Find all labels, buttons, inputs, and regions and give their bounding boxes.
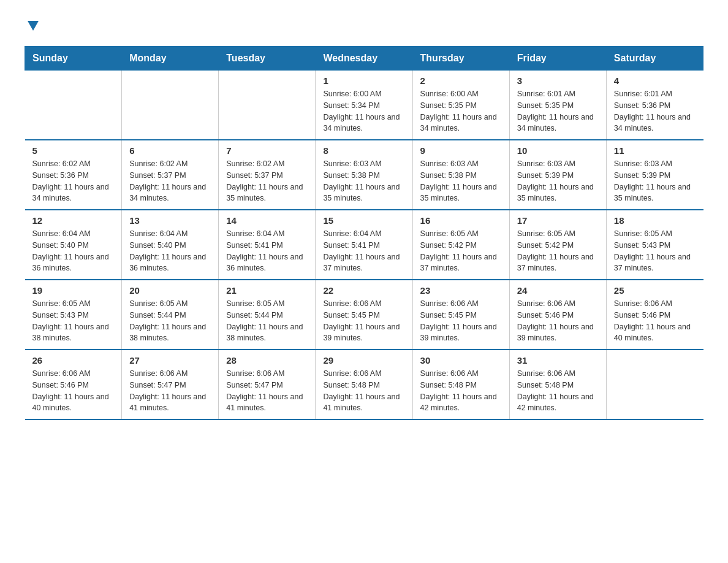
day-info: Sunrise: 6:03 AM Sunset: 5:39 PM Dayligh… — [517, 158, 599, 204]
day-number: 28 — [226, 355, 308, 366]
day-number: 25 — [614, 285, 696, 296]
day-number: 14 — [226, 215, 308, 226]
calendar-cell — [122, 71, 219, 140]
day-number: 15 — [323, 215, 404, 226]
day-info: Sunrise: 6:06 AM Sunset: 5:48 PM Dayligh… — [323, 368, 404, 414]
day-number: 12 — [32, 215, 115, 226]
calendar-cell: 3Sunrise: 6:01 AM Sunset: 5:35 PM Daylig… — [509, 71, 606, 140]
day-info: Sunrise: 6:02 AM Sunset: 5:37 PM Dayligh… — [226, 158, 308, 204]
day-info: Sunrise: 6:04 AM Sunset: 5:41 PM Dayligh… — [323, 228, 404, 274]
day-number: 29 — [323, 355, 404, 366]
calendar-week-row: 5Sunrise: 6:02 AM Sunset: 5:36 PM Daylig… — [25, 140, 703, 210]
calendar-table: SundayMondayTuesdayWednesdayThursdayFrid… — [25, 46, 703, 420]
calendar-cell: 22Sunrise: 6:06 AM Sunset: 5:45 PM Dayli… — [316, 280, 412, 350]
day-number: 16 — [420, 215, 502, 226]
day-info: Sunrise: 6:06 AM Sunset: 5:45 PM Dayligh… — [420, 298, 502, 344]
day-number: 19 — [32, 285, 115, 296]
logo-triangle-icon — [26, 20, 40, 32]
calendar-cell: 28Sunrise: 6:06 AM Sunset: 5:47 PM Dayli… — [219, 350, 316, 419]
day-number: 8 — [323, 145, 404, 156]
day-info: Sunrise: 6:05 AM Sunset: 5:43 PM Dayligh… — [32, 298, 115, 344]
day-info: Sunrise: 6:05 AM Sunset: 5:44 PM Dayligh… — [129, 298, 211, 344]
col-header-thursday: Thursday — [412, 47, 509, 71]
day-info: Sunrise: 6:05 AM Sunset: 5:42 PM Dayligh… — [420, 228, 502, 274]
day-number: 17 — [517, 215, 599, 226]
day-info: Sunrise: 6:00 AM Sunset: 5:35 PM Dayligh… — [420, 88, 502, 134]
day-number: 13 — [129, 215, 211, 226]
col-header-tuesday: Tuesday — [219, 47, 316, 71]
calendar-cell: 19Sunrise: 6:05 AM Sunset: 5:43 PM Dayli… — [25, 280, 122, 350]
calendar-cell: 13Sunrise: 6:04 AM Sunset: 5:40 PM Dayli… — [122, 210, 219, 280]
day-number: 10 — [517, 145, 599, 156]
day-number: 6 — [129, 145, 211, 156]
calendar-cell — [25, 71, 122, 140]
day-info: Sunrise: 6:04 AM Sunset: 5:40 PM Dayligh… — [129, 228, 211, 274]
svg-marker-0 — [28, 21, 39, 31]
day-info: Sunrise: 6:03 AM Sunset: 5:38 PM Dayligh… — [323, 158, 404, 204]
day-number: 18 — [614, 215, 696, 226]
day-info: Sunrise: 6:06 AM Sunset: 5:48 PM Dayligh… — [517, 368, 599, 414]
day-number: 5 — [32, 145, 115, 156]
day-info: Sunrise: 6:02 AM Sunset: 5:36 PM Dayligh… — [32, 158, 115, 204]
day-info: Sunrise: 6:03 AM Sunset: 5:38 PM Dayligh… — [420, 158, 502, 204]
calendar-cell: 20Sunrise: 6:05 AM Sunset: 5:44 PM Dayli… — [122, 280, 219, 350]
calendar-cell: 6Sunrise: 6:02 AM Sunset: 5:37 PM Daylig… — [122, 140, 219, 210]
col-header-friday: Friday — [509, 47, 606, 71]
day-info: Sunrise: 6:02 AM Sunset: 5:37 PM Dayligh… — [129, 158, 211, 204]
day-info: Sunrise: 6:06 AM Sunset: 5:46 PM Dayligh… — [517, 298, 599, 344]
calendar-cell — [606, 350, 703, 419]
calendar-cell: 5Sunrise: 6:02 AM Sunset: 5:36 PM Daylig… — [25, 140, 122, 210]
col-header-sunday: Sunday — [25, 47, 122, 71]
day-number: 21 — [226, 285, 308, 296]
calendar-cell: 31Sunrise: 6:06 AM Sunset: 5:48 PM Dayli… — [509, 350, 606, 419]
calendar-cell: 25Sunrise: 6:06 AM Sunset: 5:46 PM Dayli… — [606, 280, 703, 350]
calendar-cell: 15Sunrise: 6:04 AM Sunset: 5:41 PM Dayli… — [316, 210, 412, 280]
calendar-cell: 9Sunrise: 6:03 AM Sunset: 5:38 PM Daylig… — [412, 140, 509, 210]
day-info: Sunrise: 6:01 AM Sunset: 5:36 PM Dayligh… — [614, 88, 696, 134]
day-number: 30 — [420, 355, 502, 366]
calendar-cell: 16Sunrise: 6:05 AM Sunset: 5:42 PM Dayli… — [412, 210, 509, 280]
calendar-cell: 17Sunrise: 6:05 AM Sunset: 5:42 PM Dayli… — [509, 210, 606, 280]
calendar-cell: 27Sunrise: 6:06 AM Sunset: 5:47 PM Dayli… — [122, 350, 219, 419]
col-header-wednesday: Wednesday — [316, 47, 412, 71]
calendar-cell — [219, 71, 316, 140]
col-header-saturday: Saturday — [606, 47, 703, 71]
calendar-cell: 21Sunrise: 6:05 AM Sunset: 5:44 PM Dayli… — [219, 280, 316, 350]
day-info: Sunrise: 6:05 AM Sunset: 5:44 PM Dayligh… — [226, 298, 308, 344]
day-number: 22 — [323, 285, 404, 296]
calendar-cell: 26Sunrise: 6:06 AM Sunset: 5:46 PM Dayli… — [25, 350, 122, 419]
day-info: Sunrise: 6:06 AM Sunset: 5:47 PM Dayligh… — [129, 368, 211, 414]
day-info: Sunrise: 6:04 AM Sunset: 5:40 PM Dayligh… — [32, 228, 115, 274]
day-info: Sunrise: 6:06 AM Sunset: 5:46 PM Dayligh… — [32, 368, 115, 414]
day-number: 24 — [517, 285, 599, 296]
calendar-cell: 1Sunrise: 6:00 AM Sunset: 5:34 PM Daylig… — [316, 71, 412, 140]
day-info: Sunrise: 6:01 AM Sunset: 5:35 PM Dayligh… — [517, 88, 599, 134]
day-number: 1 — [323, 75, 404, 86]
day-number: 4 — [614, 75, 696, 86]
day-info: Sunrise: 6:00 AM Sunset: 5:34 PM Dayligh… — [323, 88, 404, 134]
calendar-cell: 10Sunrise: 6:03 AM Sunset: 5:39 PM Dayli… — [509, 140, 606, 210]
calendar-week-row: 19Sunrise: 6:05 AM Sunset: 5:43 PM Dayli… — [25, 280, 703, 350]
calendar-cell: 12Sunrise: 6:04 AM Sunset: 5:40 PM Dayli… — [25, 210, 122, 280]
logo — [25, 18, 40, 34]
day-number: 27 — [129, 355, 211, 366]
day-number: 11 — [614, 145, 696, 156]
calendar-cell: 24Sunrise: 6:06 AM Sunset: 5:46 PM Dayli… — [509, 280, 606, 350]
day-info: Sunrise: 6:06 AM Sunset: 5:47 PM Dayligh… — [226, 368, 308, 414]
col-header-monday: Monday — [122, 47, 219, 71]
calendar-cell: 14Sunrise: 6:04 AM Sunset: 5:41 PM Dayli… — [219, 210, 316, 280]
day-info: Sunrise: 6:05 AM Sunset: 5:42 PM Dayligh… — [517, 228, 599, 274]
day-number: 31 — [517, 355, 599, 366]
calendar-cell: 11Sunrise: 6:03 AM Sunset: 5:39 PM Dayli… — [606, 140, 703, 210]
day-number: 23 — [420, 285, 502, 296]
calendar-week-row: 1Sunrise: 6:00 AM Sunset: 5:34 PM Daylig… — [25, 71, 703, 140]
day-number: 2 — [420, 75, 502, 86]
day-info: Sunrise: 6:05 AM Sunset: 5:43 PM Dayligh… — [614, 228, 696, 274]
day-number: 9 — [420, 145, 502, 156]
calendar-cell: 30Sunrise: 6:06 AM Sunset: 5:48 PM Dayli… — [412, 350, 509, 419]
day-number: 20 — [129, 285, 211, 296]
day-info: Sunrise: 6:04 AM Sunset: 5:41 PM Dayligh… — [226, 228, 308, 274]
calendar-cell: 29Sunrise: 6:06 AM Sunset: 5:48 PM Dayli… — [316, 350, 412, 419]
day-number: 26 — [32, 355, 115, 366]
day-info: Sunrise: 6:06 AM Sunset: 5:45 PM Dayligh… — [323, 298, 404, 344]
